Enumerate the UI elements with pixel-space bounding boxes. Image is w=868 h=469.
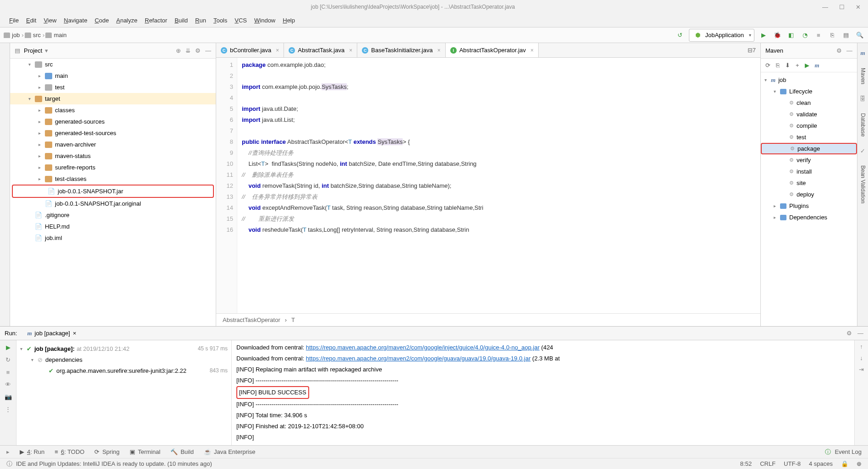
minimize-icon[interactable]: —: [822, 4, 828, 11]
menu-refactor[interactable]: Refactor: [145, 17, 167, 24]
gear-icon[interactable]: ⚙: [195, 47, 201, 54]
tree-item-classes[interactable]: ▸classes: [10, 104, 216, 116]
tree-item-generated-sources[interactable]: ▸generated-sources: [10, 116, 216, 127]
maven-verify[interactable]: ⚙verify: [761, 154, 857, 166]
hide-icon[interactable]: —: [846, 47, 852, 54]
run-config-dropdown[interactable]: ⬢ JobApplication: [689, 29, 754, 42]
tree-item-surefire-reports[interactable]: ▸surefire-reports: [10, 162, 216, 173]
close-icon[interactable]: ×: [276, 47, 279, 54]
hide-icon[interactable]: —: [205, 47, 211, 54]
tree-item-generated-test-sources[interactable]: ▸generated-test-sources: [10, 127, 216, 139]
gear-icon[interactable]: ⚙: [846, 330, 852, 337]
tab-abstracttaskoperator-jav[interactable]: IAbstractTaskOperator.jav×: [446, 43, 539, 57]
tab-abstracttask-java[interactable]: CAbstractTask.java×: [284, 43, 357, 57]
tool-4-run[interactable]: ▶4: Run: [20, 448, 44, 455]
menu-analyze[interactable]: Analyze: [116, 17, 137, 24]
maximize-icon[interactable]: ☐: [839, 4, 845, 11]
status-right-3[interactable]: 4 spaces: [809, 460, 833, 467]
database-icon[interactable]: 🗄: [860, 95, 866, 102]
editor[interactable]: 12345678910111213141516 package com.exam…: [216, 58, 760, 313]
up-icon[interactable]: ↑: [860, 343, 863, 350]
breadcrumb-class[interactable]: AbstractTaskOperator: [223, 316, 280, 323]
down-icon[interactable]: ↓: [860, 354, 863, 361]
tree-item-src[interactable]: ▾src: [10, 59, 216, 70]
console[interactable]: Downloaded from central: https://repo.ma…: [232, 340, 854, 445]
run-tree-item[interactable]: ▾⊘dependencies: [20, 354, 228, 365]
history-icon[interactable]: ↻: [5, 356, 11, 363]
tree-item-target[interactable]: ▾target: [10, 93, 216, 104]
status-right-0[interactable]: 8:52: [740, 460, 752, 467]
breadcrumb-job[interactable]: job: [4, 32, 20, 38]
stop-icon[interactable]: ■: [6, 369, 10, 376]
tree-item-maven-archiver[interactable]: ▸maven-archiver: [10, 139, 216, 150]
menu-help[interactable]: Help: [283, 17, 295, 24]
tab-basetaskinitializer-java[interactable]: CBaseTaskInitializer.java×: [357, 43, 445, 57]
search-icon[interactable]: 🔍: [855, 31, 864, 40]
menu-vcs[interactable]: VCS: [235, 17, 247, 24]
tree-item-test-classes[interactable]: ▸test-classes: [10, 173, 216, 185]
menu-tools[interactable]: Tools: [213, 17, 227, 24]
project-tree[interactable]: ▾src▸main▸test▾target▸classes▸generated-…: [10, 59, 216, 326]
maven-site[interactable]: ⚙site: [761, 177, 857, 189]
run-icon[interactable]: ▶: [759, 31, 768, 40]
tree-item-help-md[interactable]: 📄HELP.md: [10, 221, 216, 232]
reimport-icon[interactable]: ⟳: [765, 62, 770, 69]
tree-item-maven-status[interactable]: ▸maven-status: [10, 150, 216, 162]
tab-bean-validation[interactable]: Bean Validation: [860, 165, 866, 203]
structure-icon[interactable]: ▤: [841, 31, 851, 40]
code-area[interactable]: package com.example.job.dao;import com.e…: [237, 58, 760, 313]
maven-lifecycle[interactable]: ▾Lifecycle: [761, 86, 857, 97]
rerun-icon[interactable]: ▶: [6, 344, 11, 351]
close-icon[interactable]: ×: [349, 47, 352, 54]
maven-test[interactable]: ⚙test: [761, 131, 857, 143]
tab-bcontroller-java[interactable]: CbController.java×: [216, 43, 284, 57]
maven-tree[interactable]: ▾mjob▾Lifecycle⚙clean⚙validate⚙compile⚙t…: [761, 72, 857, 326]
watch-icon[interactable]: 👁: [5, 381, 11, 388]
breadcrumb-main[interactable]: main: [45, 32, 66, 38]
maven-compile[interactable]: ⚙compile: [761, 120, 857, 131]
close-icon[interactable]: ×: [73, 330, 76, 337]
debug-icon[interactable]: 🐞: [773, 31, 782, 40]
download-icon[interactable]: ⬇: [785, 62, 790, 69]
tree-item-test[interactable]: ▸test: [10, 82, 216, 93]
maven-dependencies[interactable]: ▸Dependencies: [761, 212, 857, 223]
tool-show-icon[interactable]: ▸: [6, 448, 10, 455]
run-tree-item[interactable]: ▾✔job [package]:at 2019/12/10 21:4245 s …: [20, 343, 228, 354]
menu-file[interactable]: File: [9, 17, 19, 24]
hide-icon[interactable]: —: [857, 330, 863, 337]
profile-icon[interactable]: ◔: [800, 31, 809, 40]
maven-plugins[interactable]: ▸Plugins: [761, 200, 857, 212]
close-icon[interactable]: ×: [530, 47, 534, 54]
tab-maven[interactable]: Maven: [860, 68, 866, 84]
gear-icon[interactable]: ⚙: [836, 47, 842, 54]
coverage-icon[interactable]: ◧: [786, 31, 796, 40]
menu-run[interactable]: Run: [195, 17, 206, 24]
maven-package[interactable]: ⚙package: [761, 143, 857, 154]
attach-icon[interactable]: ⎘: [828, 31, 837, 40]
generate-icon[interactable]: ⎘: [776, 62, 780, 69]
status-right-1[interactable]: CRLF: [760, 460, 775, 467]
wrap-icon[interactable]: ⇥: [859, 366, 864, 373]
run-tree-item[interactable]: ✔org.apache.maven.surefire:surefire-juni…: [20, 365, 228, 376]
tree-item--gitignore[interactable]: 📄.gitignore: [10, 209, 216, 221]
status-right-2[interactable]: UTF-8: [784, 460, 801, 467]
refresh-icon[interactable]: ↺: [675, 31, 684, 40]
event-log-label[interactable]: Event Log: [835, 448, 862, 455]
problems-count[interactable]: ⊟7: [743, 47, 760, 54]
tool-6-todo[interactable]: ≡6: TODO: [55, 448, 84, 455]
tree-item-main[interactable]: ▸main: [10, 70, 216, 82]
tool-terminal[interactable]: ▣Terminal: [130, 448, 160, 455]
breadcrumb-type[interactable]: T: [291, 316, 295, 323]
tree-item-job-0-0-1-snapshot-jar-original[interactable]: 📄job-0.0.1-SNAPSHOT.jar.original: [10, 198, 216, 209]
menu-code[interactable]: Code: [95, 17, 109, 24]
tool-java-enterprise[interactable]: ☕Java Enterprise: [204, 448, 255, 455]
maven-install[interactable]: ⚙install: [761, 166, 857, 177]
tree-item-job-0-0-1-snapshot-jar[interactable]: 📄job-0.0.1-SNAPSHOT.jar: [13, 185, 213, 197]
collapse-icon[interactable]: ⇊: [186, 47, 191, 54]
tree-item-job-iml[interactable]: 📄job.iml: [10, 232, 216, 244]
run-tree[interactable]: ▾✔job [package]:at 2019/12/10 21:4245 s …: [16, 340, 232, 445]
menu-window[interactable]: Window: [254, 17, 275, 24]
dropdown-icon[interactable]: ▾: [45, 47, 48, 54]
maven-icon[interactable]: m: [815, 62, 819, 69]
run-maven-icon[interactable]: ▶: [805, 62, 809, 69]
